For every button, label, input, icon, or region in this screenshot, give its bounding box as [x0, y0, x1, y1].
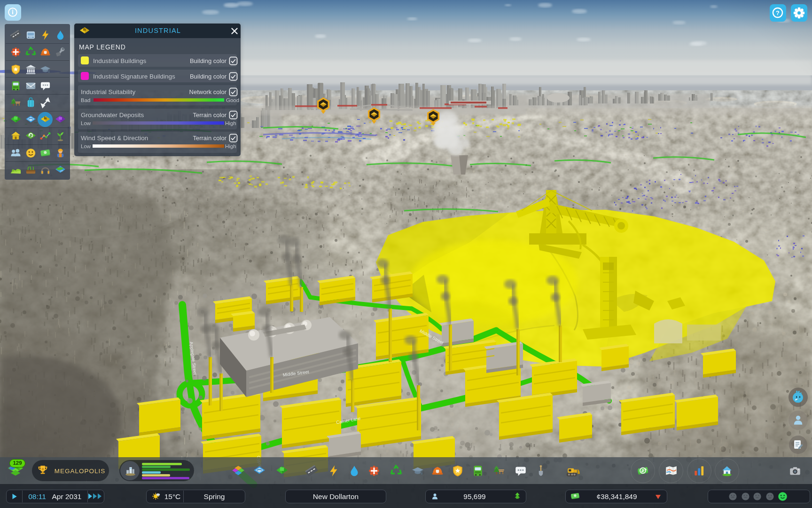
svg-text:?: ?: [776, 9, 780, 16]
